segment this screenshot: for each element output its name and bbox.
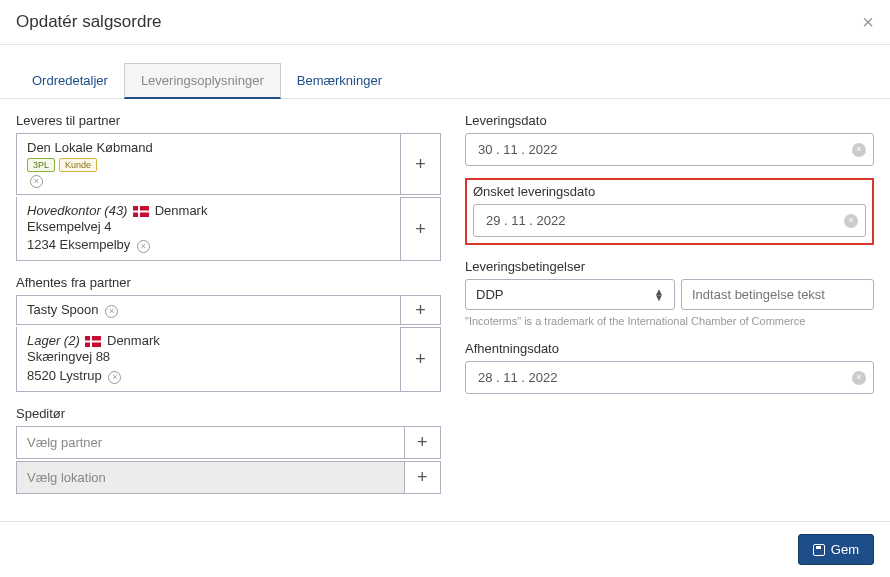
pickup-city-line: 8520 Lystrup ×: [27, 367, 390, 385]
tab-order-details[interactable]: Ordredetaljer: [16, 63, 124, 98]
pickup-partner-row: Tasty Spoon × +: [16, 295, 441, 325]
modal-header: Opdatér salgsordre ×: [0, 0, 890, 45]
remove-pickup-partner-icon[interactable]: ×: [105, 305, 118, 318]
terms-text-input[interactable]: [681, 279, 874, 310]
partner-badges: 3PL Kunde: [27, 158, 390, 172]
freight-partner-select[interactable]: Vælg partner: [16, 426, 405, 459]
remove-pickup-location-icon[interactable]: ×: [108, 371, 121, 384]
deliver-location-name: Hovedkontor (43): [27, 203, 127, 218]
pickup-date-group: Afhentningsdato ×: [465, 341, 874, 394]
delivery-date-label: Leveringsdato: [465, 113, 874, 128]
flag-denmark-icon-2: [85, 336, 101, 347]
deliver-city-line: 1234 Eksempelby ×: [27, 236, 390, 254]
deliver-to-label: Leveres til partner: [16, 113, 441, 128]
close-button[interactable]: ×: [862, 12, 874, 32]
add-pickup-location-button[interactable]: +: [401, 327, 441, 391]
pickup-location-card[interactable]: Lager (2) Denmark Skæringvej 88 8520 Lys…: [16, 327, 401, 391]
deliver-to-location-card[interactable]: Hovedkontor (43) Denmark Eksempelvej 4 1…: [16, 197, 401, 261]
freight-location-select[interactable]: Vælg lokation: [16, 461, 405, 494]
delivery-date-wrap: ×: [465, 133, 874, 166]
add-freight-location-button[interactable]: +: [405, 461, 441, 494]
clear-delivery-date-icon[interactable]: ×: [852, 143, 866, 157]
pickup-partner-card[interactable]: Tasty Spoon ×: [16, 295, 401, 325]
right-column: Leveringsdato × Ønsket leveringsdato × L…: [465, 113, 874, 508]
requested-date-wrap: ×: [473, 204, 866, 237]
deliver-city: 1234 Eksempelby: [27, 237, 130, 252]
pickup-date-label: Afhentningsdato: [465, 341, 874, 356]
pickup-location-name: Lager (2): [27, 333, 80, 348]
clear-requested-date-icon[interactable]: ×: [844, 214, 858, 228]
left-column: Leveres til partner Den Lokale Købmand 3…: [16, 113, 441, 508]
tab-remarks[interactable]: Bemærkninger: [281, 63, 398, 98]
requested-date-group: Ønsket leveringsdato ×: [465, 178, 874, 245]
add-freight-partner-button[interactable]: +: [405, 426, 441, 459]
pickup-from-section: Afhentes fra partner Tasty Spoon × + Lag…: [16, 275, 441, 391]
delivery-date-input[interactable]: [465, 133, 874, 166]
deliver-to-location-row: Hovedkontor (43) Denmark Eksempelvej 4 1…: [16, 197, 441, 261]
tab-shipping-info[interactable]: Leveringsoplysninger: [124, 63, 281, 99]
pickup-partner-name: Tasty Spoon: [27, 302, 99, 317]
freight-section: Speditør Vælg partner + Vælg lokation +: [16, 406, 441, 494]
modal-footer: Gem: [0, 521, 890, 577]
badge-kunde: Kunde: [59, 158, 97, 172]
terms-group: Leveringsbetingelser DDP ▲▼ "Incoterms" …: [465, 259, 874, 327]
flag-denmark-icon: [133, 206, 149, 217]
add-pickup-partner-button[interactable]: +: [401, 295, 441, 325]
deliver-to-partner-name: Den Lokale Købmand: [27, 140, 390, 155]
terms-select[interactable]: DDP ▲▼: [465, 279, 675, 310]
save-button-label: Gem: [831, 542, 859, 557]
select-arrows-icon: ▲▼: [654, 289, 664, 301]
modal-title: Opdatér salgsordre: [16, 12, 162, 32]
requested-date-label: Ønsket leveringsdato: [473, 184, 866, 199]
delivery-date-group: Leveringsdato ×: [465, 113, 874, 166]
remove-deliver-partner-icon[interactable]: ×: [30, 175, 43, 188]
svg-rect-2: [133, 211, 149, 213]
pickup-location-country: Denmark: [107, 333, 160, 348]
pickup-location-row: Lager (2) Denmark Skæringvej 88 8520 Lys…: [16, 327, 441, 391]
svg-rect-5: [85, 341, 101, 343]
add-deliver-partner-button[interactable]: +: [401, 133, 441, 195]
deliver-location-line1: Hovedkontor (43) Denmark: [27, 203, 390, 218]
clear-pickup-date-icon[interactable]: ×: [852, 371, 866, 385]
pickup-city: 8520 Lystrup: [27, 368, 102, 383]
pickup-date-wrap: ×: [465, 361, 874, 394]
deliver-location-country: Denmark: [155, 203, 208, 218]
terms-row: DDP ▲▼: [465, 279, 874, 310]
terms-label: Leveringsbetingelser: [465, 259, 874, 274]
tab-bar: Ordredetaljer Leveringsoplysninger Bemær…: [0, 63, 890, 99]
requested-date-input[interactable]: [473, 204, 866, 237]
freight-partner-row: Vælg partner +: [16, 426, 441, 459]
save-icon: [813, 544, 825, 556]
add-deliver-location-button[interactable]: +: [401, 197, 441, 261]
terms-value: DDP: [476, 287, 503, 302]
pickup-from-label: Afhentes fra partner: [16, 275, 441, 290]
pickup-date-input[interactable]: [465, 361, 874, 394]
terms-help-text: "Incoterms" is a trademark of the Intern…: [465, 315, 874, 327]
badge-3pl: 3PL: [27, 158, 55, 172]
modal-content: Leveres til partner Den Lokale Købmand 3…: [0, 99, 890, 522]
freight-label: Speditør: [16, 406, 441, 421]
freight-location-row: Vælg lokation +: [16, 461, 441, 494]
remove-deliver-location-icon[interactable]: ×: [137, 240, 150, 253]
deliver-to-partner-row: Den Lokale Købmand 3PL Kunde × +: [16, 133, 441, 195]
deliver-to-partner-card[interactable]: Den Lokale Købmand 3PL Kunde ×: [16, 133, 401, 195]
save-button[interactable]: Gem: [798, 534, 874, 565]
deliver-street: Eksempelvej 4: [27, 218, 390, 236]
deliver-to-section: Leveres til partner Den Lokale Købmand 3…: [16, 113, 441, 261]
pickup-street: Skæringvej 88: [27, 348, 390, 366]
pickup-location-line1: Lager (2) Denmark: [27, 333, 390, 348]
requested-date-highlight: Ønsket leveringsdato ×: [465, 178, 874, 245]
